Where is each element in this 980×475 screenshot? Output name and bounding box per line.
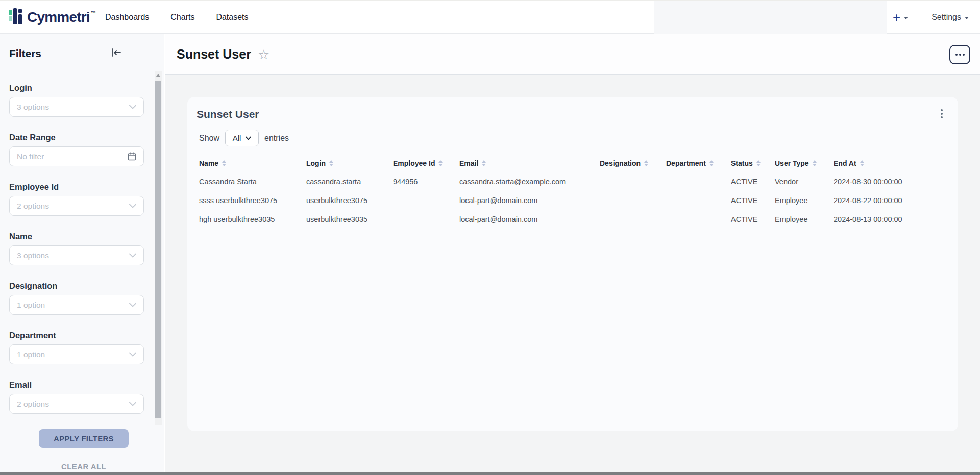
table-row[interactable]: ssss userbulkthree3075 userbulkthree3075… [197,191,922,210]
sort-icon [329,160,333,166]
employee-id-filter-select[interactable]: 2 options [9,196,144,216]
cymmetri-logo[interactable]: Cymmetri ™ [9,1,96,34]
filters-sidebar: Filters Login 3 options Date Range No fi… [0,34,164,472]
column-header-department[interactable]: Department [664,155,728,172]
filter-group-department: Department 1 option [9,330,144,364]
add-new-button[interactable]: + [893,11,908,24]
nav-link-dashboards[interactable]: Dashboards [105,13,149,22]
table-row[interactable]: hgh userbulkthree3035 userbulkthree3035 … [197,210,922,229]
sort-icon [756,160,761,166]
column-header-employee-id[interactable]: Employee Id [390,155,457,172]
cell-user-type: Employee [772,191,831,210]
settings-menu-button[interactable]: Settings [932,13,969,22]
window-bottom-edge [0,472,980,475]
card-menu-kebab-icon[interactable] [939,107,945,120]
dot [959,54,961,56]
dot [963,54,965,56]
cell-user-type: Employee [772,210,831,229]
sort-icon [860,160,864,166]
cell-status: ACTIVE [728,191,772,210]
cell-end-at: 2024-08-30 00:00:00 [831,172,922,191]
favorite-star-icon[interactable]: ☆ [258,47,270,63]
cell-name: ssss userbulkthree3075 [197,191,304,210]
sort-icon [813,160,817,166]
date-range-filter-input[interactable]: No filter [9,146,144,166]
filter-label-employee-id: Employee Id [9,182,144,192]
card-title: Sunset User [197,108,259,120]
filter-group-date-range: Date Range No filter [9,132,144,166]
scrollbar-up-arrow-icon[interactable] [156,74,161,77]
cell-end-at: 2024-08-13 00:00:00 [831,210,922,229]
column-header-email[interactable]: Email [457,155,597,172]
logo-trademark: ™ [91,10,96,16]
chevron-down-icon [129,253,136,258]
page-size-select[interactable]: All [225,130,259,146]
navbar-right-controls: + Settings [893,1,969,34]
caret-down-icon [904,17,908,19]
apply-filters-button[interactable]: APPLY FILTERS [39,429,129,448]
filter-group-name: Name 3 options [9,231,144,265]
plus-icon: + [893,11,900,24]
name-filter-select[interactable]: 3 options [9,245,144,265]
chevron-down-icon [129,105,136,109]
calendar-icon [128,152,136,161]
dashboard-header: Sunset User ☆ [165,34,980,75]
sort-icon [709,160,714,166]
dot [955,54,958,56]
nav-link-datasets[interactable]: Datasets [216,13,248,22]
column-header-user-type[interactable]: User Type [772,155,831,172]
cell-end-at: 2024-08-22 00:00:00 [831,191,922,210]
column-header-name[interactable]: Name [197,155,304,172]
cell-email: local-part@domain.com [457,191,597,210]
page-title: Sunset User [177,47,251,62]
settings-label: Settings [932,13,961,22]
navbar-gray-panel [654,1,887,34]
page-size-row: Show All entries [199,130,289,146]
table-row[interactable]: Cassandra Starta cassandra.starta 944956… [197,172,922,191]
chevron-down-icon [129,352,136,357]
cell-designation [597,191,664,210]
chevron-down-icon [246,136,251,140]
column-header-designation[interactable]: Designation [597,155,664,172]
clear-all-button[interactable]: CLEAR ALL [39,462,129,471]
cell-department [664,210,728,229]
filter-label-email: Email [9,380,144,390]
nav-link-charts[interactable]: Charts [170,13,194,22]
filter-group-employee-id: Employee Id 2 options [9,182,144,216]
users-table: Name Login Employee Id Email Designation… [197,155,922,229]
cell-name: Cassandra Starta [197,172,304,191]
chevron-down-icon [129,303,136,307]
column-header-end-at[interactable]: End At [831,155,922,172]
sort-icon [438,160,443,166]
filter-group-designation: Designation 1 option [9,281,144,315]
cell-login: userbulkthree3035 [304,210,390,229]
email-filter-select[interactable]: 2 options [9,394,144,414]
sunset-user-card: Sunset User Show All entries Name [187,97,958,431]
cell-employee-id [390,191,457,210]
cymmetri-logo-icon [9,7,24,28]
column-header-status[interactable]: Status [728,155,772,172]
cell-user-type: Vendor [772,172,831,191]
column-header-login[interactable]: Login [304,155,390,172]
chevron-down-icon [129,204,136,208]
sort-icon [222,160,226,166]
cell-employee-id [390,210,457,229]
cell-email: local-part@domain.com [457,210,597,229]
navbar-links: Dashboards Charts Datasets [105,1,249,34]
designation-filter-select[interactable]: 1 option [9,295,144,315]
sidebar-scrollbar-thumb[interactable] [155,81,161,418]
department-filter-select[interactable]: 1 option [9,344,144,364]
cell-designation [597,210,664,229]
collapse-sidebar-icon[interactable] [111,47,122,60]
cell-department [664,172,728,191]
cell-email: cassandra.starta@example.com [457,172,597,191]
dashboard-actions-button[interactable] [949,45,970,64]
cell-status: ACTIVE [728,172,772,191]
login-filter-select[interactable]: 3 options [9,97,144,117]
sort-icon [482,160,486,166]
cell-employee-id: 944956 [390,172,457,191]
entries-label: entries [264,134,289,143]
sidebar-scrollbar[interactable] [155,71,162,425]
filter-label-date-range: Date Range [9,132,144,142]
table-header-row: Name Login Employee Id Email Designation… [197,155,922,172]
